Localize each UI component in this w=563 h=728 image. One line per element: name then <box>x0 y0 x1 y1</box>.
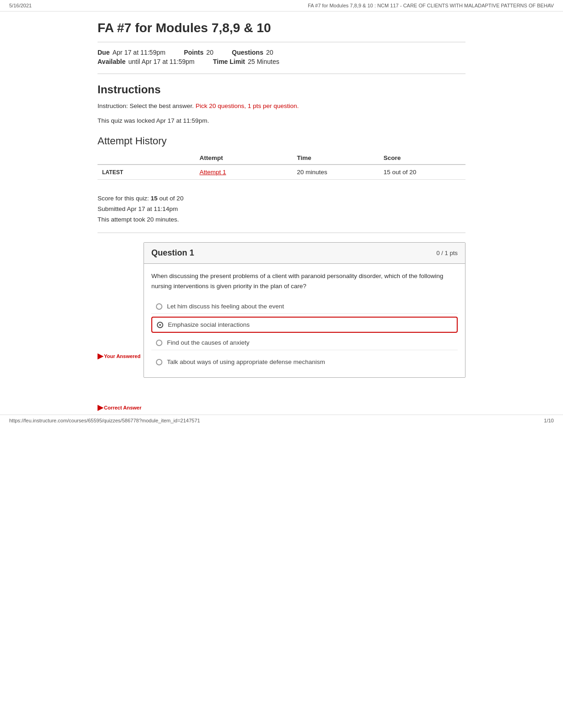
meta-timelimit: Time Limit 25 Minutes <box>213 58 279 65</box>
page-title: FA #7 for Modules 7,8,9 & 10 <box>98 21 465 42</box>
meta-table: Due Apr 17 at 11:59pm Points 20 Question… <box>98 49 465 74</box>
question-pts: 0 / 1 pts <box>437 250 458 256</box>
took-line: This attempt took 20 minutes. <box>98 215 465 225</box>
meta-questions: Questions 20 <box>232 49 273 56</box>
available-label: Available <box>98 58 126 65</box>
score-suffix: out of 20 <box>159 195 184 202</box>
footer-pagination: 1/10 <box>544 418 554 423</box>
col-header-time: Time <box>293 152 379 165</box>
instruction-highlight: Pick 20 questions, 1 pts per question. <box>195 102 299 109</box>
attempt-link[interactable]: Attempt 1 <box>200 169 226 176</box>
score-prefix: Score for this quiz: <box>98 195 151 202</box>
locked-text: This quiz was locked Apr 17 at 11:59pm. <box>98 117 465 124</box>
questions-value: 20 <box>266 49 273 56</box>
due-value: Apr 17 at 11:59pm <box>112 49 165 56</box>
answer-text-4: Talk about ways of using appropriate def… <box>167 358 325 365</box>
attempt-time: 20 minutes <box>293 165 379 180</box>
meta-points: Points 20 <box>184 49 213 56</box>
meta-row-1: Due Apr 17 at 11:59pm Points 20 Question… <box>98 49 465 56</box>
due-label: Due <box>98 49 109 56</box>
answer-option-1[interactable]: Let him discuss his feeling about the ev… <box>151 299 458 314</box>
radio-1 <box>156 303 162 310</box>
instructions-title: Instructions <box>98 83 465 96</box>
score-summary: Score for this quiz: 15 out of 20 Submit… <box>98 186 465 233</box>
correct-answer-arrow: ▶ <box>98 403 103 412</box>
answer-option-2[interactable]: Emphasize social interactions <box>151 317 458 333</box>
footer-url: https://feu.instructure.com/courses/6559… <box>9 418 200 423</box>
question-block: Question 1 0 / 1 pts When discussing the… <box>144 242 465 378</box>
correct-answer-side-label: ▶ Correct Answer <box>98 403 142 412</box>
answer-text-3: Find out the causes of anxiety <box>167 339 249 346</box>
points-value: 20 <box>206 49 213 56</box>
meta-due: Due Apr 17 at 11:59pm <box>98 49 166 56</box>
col-header-attempt: Attempt <box>195 152 293 165</box>
question-title: Question 1 <box>151 248 194 258</box>
timelimit-value: 25 Minutes <box>248 58 279 65</box>
footer-bar: https://feu.instructure.com/courses/6559… <box>0 415 563 426</box>
col-header-score: Score <box>379 152 465 165</box>
radio-3 <box>156 340 162 346</box>
table-row: LATEST Attempt 1 20 minutes 15 out of 20 <box>98 165 465 180</box>
question-text: When discussing the present problems of … <box>151 271 458 291</box>
top-bar: 5/16/2021 FA #7 for Modules 7,8,9 & 10 :… <box>0 0 563 11</box>
col-header-blank <box>98 152 195 165</box>
radio-4 <box>156 359 162 365</box>
timelimit-label: Time Limit <box>213 58 245 65</box>
your-answered-arrow: ▶ <box>98 352 103 360</box>
meta-available: Available until Apr 17 at 11:59pm <box>98 58 195 65</box>
attempt-link-cell[interactable]: Attempt 1 <box>195 165 293 180</box>
score-line: Score for this quiz: 15 out of 20 <box>98 193 465 204</box>
answer-option-4[interactable]: Talk about ways of using appropriate def… <box>151 353 458 371</box>
your-answered-text: Your Answered <box>104 353 140 359</box>
question-header: Question 1 0 / 1 pts <box>144 243 465 264</box>
points-label: Points <box>184 49 204 56</box>
attempt-history-title: Attempt History <box>98 135 465 147</box>
submitted-line: Submitted Apr 17 at 11:14pm <box>98 204 465 215</box>
answer-text-2: Emphasize social interactions <box>168 321 250 328</box>
answer-option-3[interactable]: Find out the causes of anxiety <box>151 336 458 350</box>
your-answered-side-label: ▶ Your Answered <box>98 352 140 360</box>
available-value: until Apr 17 at 11:59pm <box>128 58 195 65</box>
radio-2 <box>157 322 163 328</box>
correct-answer-text: Correct Answer <box>104 405 142 410</box>
instruction-text: Instruction: Select the best answer. Pic… <box>98 102 465 111</box>
attempt-score: 15 out of 20 <box>379 165 465 180</box>
instruction-static: Instruction: Select the best answer. <box>98 102 194 109</box>
score-bold: 15 <box>151 195 160 202</box>
top-bar-date: 5/16/2021 <box>9 3 32 8</box>
latest-label: LATEST <box>98 165 195 180</box>
answer-text-1: Let him discuss his feeling about the ev… <box>167 303 284 310</box>
main-content: FA #7 for Modules 7,8,9 & 10 Due Apr 17 … <box>84 11 479 396</box>
question-container: ▶ Your Answered ▶ Correct Answer Questio… <box>98 242 465 378</box>
top-bar-title: FA #7 for Modules 7,8,9 & 10 : NCM 117 -… <box>308 3 554 8</box>
question-body: When discussing the present problems of … <box>144 264 465 377</box>
questions-label: Questions <box>232 49 263 56</box>
meta-row-2: Available until Apr 17 at 11:59pm Time L… <box>98 58 465 65</box>
attempt-table: Attempt Time Score LATEST Attempt 1 20 m… <box>98 152 465 180</box>
